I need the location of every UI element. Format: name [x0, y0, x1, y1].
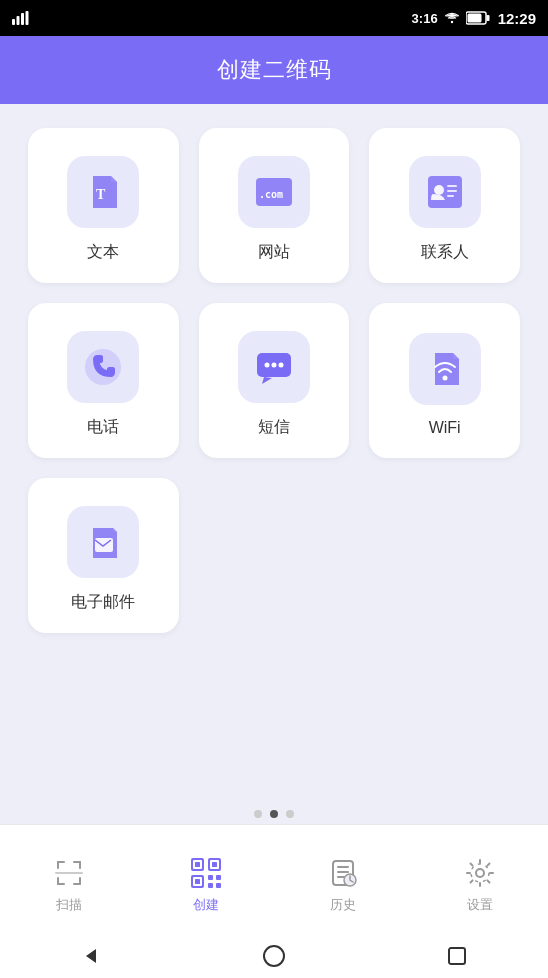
status-left — [12, 11, 30, 25]
svg-rect-54 — [449, 948, 465, 964]
svg-rect-43 — [208, 883, 213, 888]
wifi-icon — [425, 349, 465, 389]
create-nav-label: 创建 — [193, 896, 219, 914]
grid-item-sms[interactable]: 短信 — [199, 303, 350, 458]
nav-item-settings[interactable]: 设置 — [411, 846, 548, 914]
svg-rect-46 — [337, 866, 349, 868]
contact-icon-wrapper — [409, 156, 481, 228]
svg-rect-3 — [26, 11, 29, 25]
svg-rect-11 — [428, 176, 462, 208]
history-nav-icon — [326, 856, 360, 890]
home-button[interactable] — [260, 942, 288, 970]
svg-rect-26 — [79, 861, 81, 869]
grid-item-wifi[interactable]: WiFi — [369, 303, 520, 458]
grid: T 文本 .com 网站 — [28, 128, 520, 633]
grid-item-contact[interactable]: 联系人 — [369, 128, 520, 283]
svg-rect-13 — [447, 185, 457, 187]
scan-icon — [54, 858, 84, 888]
home-icon — [262, 944, 286, 968]
dot-indicator — [0, 810, 548, 818]
bottom-nav: 扫描 创建 — [0, 824, 548, 934]
phone-icon — [83, 347, 123, 387]
svg-rect-42 — [216, 875, 221, 880]
status-bar: 3:16 12:29 — [0, 0, 548, 36]
dot-2 — [286, 810, 294, 818]
grid-item-email[interactable]: 电子邮件 — [28, 478, 179, 633]
contact-icon — [425, 172, 465, 212]
secondary-time: 3:16 — [412, 11, 438, 26]
phone-label: 电话 — [87, 417, 119, 438]
svg-point-20 — [278, 363, 283, 368]
svg-rect-28 — [57, 877, 59, 885]
wifi-label: WiFi — [429, 419, 461, 437]
svg-rect-24 — [57, 861, 59, 869]
recent-button[interactable] — [443, 942, 471, 970]
svg-text:T: T — [96, 187, 106, 202]
svg-rect-34 — [195, 862, 200, 867]
time-display: 12:29 — [498, 10, 536, 27]
svg-point-51 — [471, 864, 489, 882]
create-nav-icon — [189, 856, 223, 890]
phone-icon-wrapper — [67, 331, 139, 403]
status-right: 3:16 12:29 — [412, 10, 536, 27]
website-label: 网站 — [258, 242, 290, 263]
svg-rect-41 — [208, 875, 213, 880]
svg-point-50 — [476, 869, 484, 877]
svg-rect-40 — [195, 879, 200, 884]
text-icon-wrapper: T — [67, 156, 139, 228]
svg-rect-44 — [216, 883, 221, 888]
nav-item-create[interactable]: 创建 — [137, 846, 274, 914]
svg-rect-37 — [212, 862, 217, 867]
svg-rect-0 — [12, 19, 15, 25]
header: 创建二维码 — [0, 36, 548, 104]
svg-point-53 — [264, 946, 284, 966]
settings-nav-label: 设置 — [467, 896, 493, 914]
dot-0 — [254, 810, 262, 818]
settings-icon — [465, 858, 495, 888]
recent-icon — [447, 946, 467, 966]
svg-point-21 — [442, 375, 447, 380]
page-title: 创建二维码 — [217, 55, 332, 85]
svg-point-18 — [264, 363, 269, 368]
history-nav-label: 历史 — [330, 896, 356, 914]
svg-rect-7 — [467, 14, 481, 23]
email-label: 电子邮件 — [71, 592, 135, 613]
svg-text:.com: .com — [259, 189, 283, 200]
history-icon — [328, 858, 358, 888]
sms-label: 短信 — [258, 417, 290, 438]
grid-item-phone[interactable]: 电话 — [28, 303, 179, 458]
create-icon — [189, 856, 223, 890]
nav-item-scan[interactable]: 扫描 — [0, 846, 137, 914]
contact-label: 联系人 — [421, 242, 469, 263]
main-content: T 文本 .com 网站 — [0, 104, 548, 824]
scan-nav-label: 扫描 — [56, 896, 82, 914]
svg-rect-30 — [79, 877, 81, 885]
svg-point-19 — [271, 363, 276, 368]
settings-nav-icon — [463, 856, 497, 890]
sms-icon-wrapper — [238, 331, 310, 403]
email-icon-wrapper — [67, 506, 139, 578]
grid-item-text[interactable]: T 文本 — [28, 128, 179, 283]
grid-item-website[interactable]: .com 网站 — [199, 128, 350, 283]
signal-icon — [12, 11, 30, 25]
website-icon: .com — [254, 172, 294, 212]
back-button[interactable] — [77, 942, 105, 970]
svg-rect-14 — [447, 190, 457, 192]
svg-rect-2 — [21, 13, 24, 25]
svg-rect-47 — [337, 871, 349, 873]
svg-rect-1 — [17, 16, 20, 25]
svg-rect-15 — [447, 195, 454, 197]
text-icon: T — [83, 172, 123, 212]
battery-icon — [466, 11, 490, 25]
nav-item-history[interactable]: 历史 — [274, 846, 411, 914]
wifi-status-icon — [444, 11, 460, 25]
svg-marker-52 — [86, 949, 96, 963]
scan-nav-icon — [52, 856, 86, 890]
sms-icon — [254, 347, 294, 387]
dot-1 — [270, 810, 278, 818]
svg-point-4 — [450, 21, 452, 23]
email-icon — [83, 522, 123, 562]
svg-point-12 — [434, 185, 444, 195]
back-icon — [80, 945, 102, 967]
system-bar — [0, 934, 548, 978]
